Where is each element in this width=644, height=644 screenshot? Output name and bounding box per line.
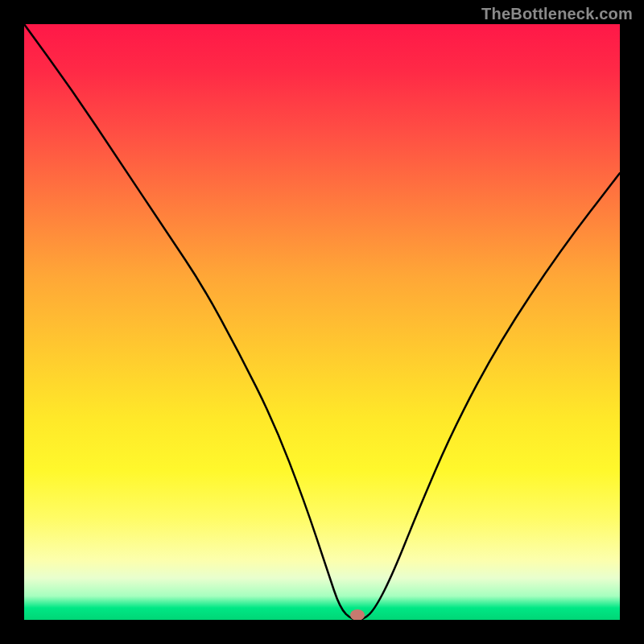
- chart-frame: TheBottleneck.com: [0, 0, 644, 644]
- plot-area: [24, 24, 620, 620]
- balance-point-marker: [350, 609, 365, 620]
- attribution-label: TheBottleneck.com: [481, 5, 633, 23]
- bottleneck-curve: [24, 24, 620, 620]
- bottleneck-curve-path: [24, 24, 620, 620]
